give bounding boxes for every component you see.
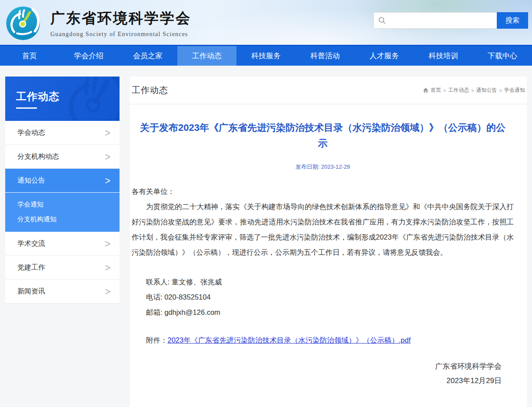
contact-phone: 电话: 020-83525104	[132, 290, 514, 305]
main-panel: 工作动态 首页 > 工作动态 > 通知公告 > 学会通知 关于发布2023年《广…	[130, 77, 527, 407]
breadcrumb-society-notice[interactable]: 学会通知	[504, 87, 525, 94]
sidebar-item-label: 通知公告	[17, 176, 45, 185]
nav-item-work-news[interactable]: 工作动态	[177, 46, 236, 66]
page-body: 工作动态 学会动态 > 分支机构动态 > 通知公告 > 学会通知 分支机构通知 …	[0, 66, 532, 407]
sidebar-item-party-building[interactable]: 党建工作 >	[5, 256, 120, 280]
brand-block: 广东省环境科学学会 Guangdong Society of Environme…	[50, 9, 191, 38]
article-salutation: 各有关单位：	[132, 184, 514, 199]
article-title: 关于发布2023年《广东省先进污染防治技术目录（水污染防治领域）》（公示稿）的公…	[138, 120, 508, 151]
breadcrumb-notices[interactable]: 通知公告	[476, 87, 497, 94]
attachment-label: 附件：	[146, 336, 168, 344]
sidebar-item-label: 学会动态	[17, 128, 45, 137]
breadcrumb-separator: >	[443, 88, 446, 93]
site-subtitle: Guangdong Society of Environmental Scien…	[50, 31, 191, 38]
sidebar-item-label: 新闻资讯	[17, 287, 45, 296]
nav-item-members[interactable]: 会员之家	[118, 46, 177, 66]
breadcrumb-work-news[interactable]: 工作动态	[448, 87, 469, 94]
chevron-right-icon: >	[105, 127, 111, 138]
nav-item-download-center[interactable]: 下载中心	[473, 46, 532, 66]
nav-item-about[interactable]: 学会介绍	[59, 46, 118, 66]
sidebar-submenu: 学会通知 分支机构通知	[5, 193, 120, 232]
sidebar-subitem-society-notice[interactable]: 学会通知	[5, 197, 120, 212]
sidebar-menu: 学会动态 > 分支机构动态 > 通知公告 > 学会通知 分支机构通知 学术交流 …	[5, 121, 120, 304]
nav-item-tech-training[interactable]: 科技培训	[414, 46, 473, 66]
sidebar-subitem-branch-notice[interactable]: 分支机构通知	[5, 212, 120, 227]
chevron-right-icon: >	[105, 175, 111, 186]
signature-org: 广东省环境科学学会	[132, 359, 502, 374]
main-header: 工作动态 首页 > 工作动态 > 通知公告 > 学会通知	[130, 77, 527, 104]
page-title: 工作动态	[132, 84, 168, 96]
search-icon	[378, 17, 386, 24]
nav-item-science-popularization[interactable]: 科普活动	[296, 46, 355, 66]
chevron-right-icon: >	[105, 151, 111, 162]
nav-item-tech-services[interactable]: 科技服务	[236, 46, 296, 66]
contact-block: 联系人: 童文修、张兆威 电话: 020-83525104 邮箱: gdhjxh…	[132, 274, 514, 320]
article-paragraph: 为贯彻党的二十大精神，落实《关于构建市场导向的绿色技术创新体系的指导意见》和《中…	[132, 199, 514, 260]
signature-date: 2023年12月29日	[132, 374, 502, 388]
logo-watermark-icon	[57, 77, 120, 121]
nav-item-home[interactable]: 首页	[0, 46, 59, 66]
chevron-right-icon: >	[105, 286, 111, 297]
search-input[interactable]	[389, 14, 497, 27]
article-body: 各有关单位： 为贯彻党的二十大精神，落实《关于构建市场导向的绿色技术创新体系的指…	[132, 184, 514, 260]
search-button[interactable]: 搜索	[497, 12, 528, 29]
breadcrumb: 首页 > 工作动态 > 通知公告 > 学会通知	[423, 87, 525, 94]
attachment-pdf-link[interactable]: 2023年《广东省先进污染防治技术目录（水污染防治领域）》（公示稿）.pdf	[168, 336, 411, 344]
sidebar-item-label: 党建工作	[17, 263, 45, 272]
sidebar-item-notices[interactable]: 通知公告 >	[5, 169, 120, 193]
site-title: 广东省环境科学学会	[50, 9, 191, 28]
article-publish-date: 发布日期: 2023-12-29	[132, 163, 514, 171]
search-bar: 搜索	[373, 12, 528, 29]
contact-person: 联系人: 童文修、张兆威	[132, 274, 514, 290]
signature-block: 广东省环境科学学会 2023年12月29日	[132, 359, 514, 388]
main-navbar: 首页 学会介绍 会员之家 工作动态 科技服务 科普活动 人才服务 科技培训 下载…	[0, 45, 532, 66]
site-header: 广东省环境科学学会 Guangdong Society of Environme…	[0, 0, 532, 45]
sidebar-header: 工作动态	[5, 77, 120, 121]
sidebar-item-society-news[interactable]: 学会动态 >	[5, 121, 120, 145]
breadcrumb-separator: >	[499, 88, 502, 93]
home-icon	[423, 87, 429, 93]
sidebar: 工作动态 学会动态 > 分支机构动态 > 通知公告 > 学会通知 分支机构通知 …	[5, 77, 120, 304]
sidebar-item-label: 学术交流	[17, 239, 45, 248]
search-input-wrap	[373, 12, 497, 29]
sidebar-item-branch-news[interactable]: 分支机构动态 >	[5, 145, 120, 169]
attachment-row: 附件：2023年《广东省先进污染防治技术目录（水污染防治领域）》（公示稿）.pd…	[132, 336, 514, 345]
article: 关于发布2023年《广东省先进污染防治技术目录（水污染防治领域）》（公示稿）的公…	[130, 120, 527, 388]
society-logo-icon	[4, 3, 42, 41]
chevron-right-icon: >	[105, 262, 111, 273]
sidebar-item-news[interactable]: 新闻资讯 >	[5, 280, 120, 304]
chevron-right-icon: >	[105, 238, 111, 249]
breadcrumb-separator: >	[471, 88, 474, 93]
contact-email: 邮箱: gdhjxh@126.com	[132, 305, 514, 320]
breadcrumb-home[interactable]: 首页	[431, 87, 441, 94]
sidebar-item-label: 分支机构动态	[17, 152, 59, 161]
sidebar-item-academic-exchange[interactable]: 学术交流 >	[5, 232, 120, 256]
sidebar-title: 工作动态	[16, 90, 60, 109]
nav-item-talent-services[interactable]: 人才服务	[355, 46, 414, 66]
